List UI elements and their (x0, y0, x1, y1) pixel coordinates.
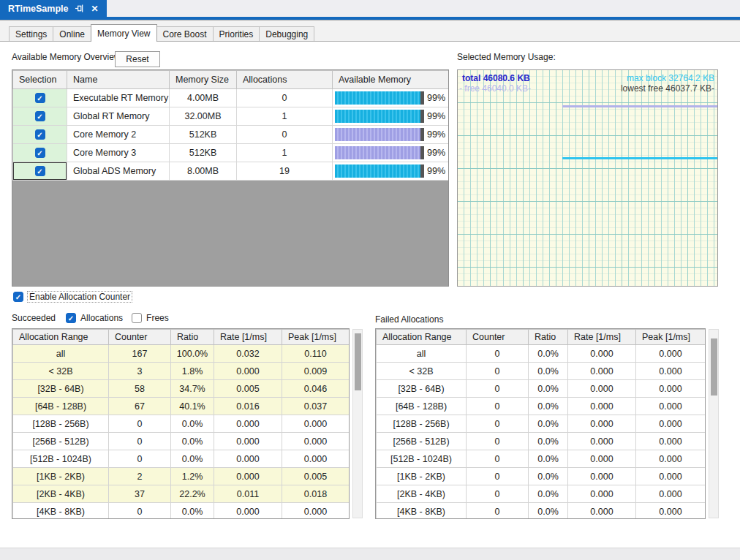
tab-core-boost[interactable]: Core Boost (156, 26, 214, 41)
available-percent: 99% (424, 148, 448, 158)
memory-size-cell: 512KB (170, 126, 237, 144)
free-memory-line (562, 105, 718, 107)
document-tab-title: RTimeSample (8, 4, 68, 14)
allocations-cell: 0 (237, 89, 333, 107)
view-tabbar: SettingsOnlineMemory ViewCore BoostPrior… (0, 20, 740, 42)
column-header[interactable]: Rate [1/ms] (214, 330, 282, 345)
tab-memory-view[interactable]: Memory View (91, 24, 156, 42)
pin-icon[interactable] (75, 4, 84, 13)
column-header[interactable]: Rate [1/ms] (568, 330, 636, 345)
ratio-cell: 100.0% (171, 345, 214, 363)
rate-cell: 0.005 (214, 380, 282, 398)
column-header[interactable]: Allocation Range (377, 330, 467, 345)
column-header[interactable]: Allocations (237, 71, 333, 89)
peak-cell: 0.005 (282, 468, 350, 485)
failed-allocations-table: Allocation RangeCounterRatioRate [1/ms]P… (375, 328, 706, 519)
frees-checkbox[interactable] (132, 313, 142, 323)
selection-cell[interactable] (13, 144, 67, 162)
column-header[interactable]: Peak [1/ms] (636, 330, 706, 345)
close-icon[interactable]: ✕ (91, 4, 98, 14)
available-percent: 99% (424, 93, 448, 103)
column-header[interactable]: Peak [1/ms] (282, 330, 350, 345)
memory-usage-chart[interactable]: total 46080.6 KB - free 46040.0 KB- max … (457, 69, 718, 287)
row-checkbox-icon[interactable] (35, 129, 45, 140)
ratio-cell: 1.2% (171, 468, 214, 485)
failed-table-scrollbar[interactable] (709, 329, 719, 518)
ratio-cell: 0.0% (529, 415, 568, 433)
document-tab-bar: RTimeSample ✕ (0, 0, 740, 17)
scrollbar-thumb[interactable] (355, 333, 361, 390)
available-memory-table[interactable]: SelectionNameMemory SizeAllocationsAvail… (12, 69, 449, 287)
enable-allocation-counter-label: Enable Allocation Counter (27, 291, 132, 303)
succeeded-table-scrollbar[interactable] (352, 329, 363, 518)
column-header[interactable]: Available Memory (333, 71, 449, 89)
tab-debugging[interactable]: Debugging (259, 26, 314, 41)
row-checkbox-icon[interactable] (35, 111, 45, 121)
column-header[interactable]: Name (67, 71, 170, 89)
column-header[interactable]: Ratio (529, 330, 568, 345)
allocations-checkbox-label: Allocations (80, 313, 123, 323)
peak-cell: 0.000 (636, 450, 706, 468)
rate-cell: 0.000 (568, 503, 636, 520)
ratio-cell: 1.8% (171, 363, 214, 380)
column-header[interactable]: Ratio (171, 330, 214, 345)
succeeded-allocations-table: Allocation RangeCounterRatioRate [1/ms]P… (12, 328, 350, 519)
checkbox-icon[interactable] (13, 292, 23, 302)
selection-cell[interactable] (13, 162, 67, 181)
column-header[interactable]: Selection (13, 71, 67, 89)
counter-cell: 0 (467, 345, 529, 363)
tab-online[interactable]: Online (53, 26, 91, 41)
allocations-cell: 19 (237, 162, 333, 181)
allocation-range-cell: [32B - 64B) (13, 380, 109, 398)
selection-cell[interactable] (13, 107, 67, 126)
ratio-cell: 0.0% (529, 450, 568, 468)
allocations-checkbox[interactable] (66, 313, 76, 323)
column-header[interactable]: Counter (467, 330, 529, 345)
table-row: [2KB - 4KB)3722.2%0.0110.018 (13, 485, 350, 503)
memory-size-cell: 512KB (170, 144, 237, 162)
enable-allocation-counter[interactable]: Enable Allocation Counter (13, 291, 132, 303)
table-row: [64B - 128B)6740.1%0.0160.037 (13, 398, 350, 415)
document-tab[interactable]: RTimeSample ✕ (0, 0, 107, 17)
row-checkbox-icon[interactable] (35, 166, 45, 176)
row-checkbox-icon[interactable] (35, 148, 45, 158)
available-memory-cell: 99% (333, 126, 449, 144)
counter-cell: 0 (467, 380, 529, 398)
ratio-cell: 0.0% (529, 503, 568, 520)
table-row: Core Memory 3512KB199% (13, 144, 449, 162)
rate-cell: 0.000 (568, 345, 636, 363)
counter-cell: 0 (467, 450, 529, 468)
scrollbar-thumb[interactable] (711, 338, 717, 396)
reset-view-button[interactable]: Reset View (115, 51, 160, 67)
allocation-range-cell: all (377, 345, 467, 363)
column-header[interactable]: Memory Size (170, 71, 237, 89)
counter-cell: 0 (467, 398, 529, 415)
available-memory-cell: 99% (333, 144, 449, 162)
memory-name-cell: Global ADS Memory (67, 162, 170, 181)
row-checkbox-icon[interactable] (35, 93, 45, 103)
rate-cell: 0.000 (568, 468, 636, 485)
rate-cell: 0.000 (214, 433, 282, 450)
column-header[interactable]: Allocation Range (13, 330, 109, 345)
selection-cell[interactable] (13, 89, 67, 107)
rate-cell: 0.000 (568, 380, 636, 398)
peak-cell: 0.009 (282, 363, 350, 380)
available-memory-bar (335, 128, 424, 141)
peak-cell: 0.000 (636, 433, 706, 450)
allocation-range-cell: [256B - 512B) (377, 433, 467, 450)
table-row: [32B - 64B)00.0%0.0000.000 (377, 380, 706, 398)
allocation-range-cell: [256B - 512B) (13, 433, 109, 450)
tab-priorities[interactable]: Priorities (213, 26, 260, 41)
peak-cell: 0.037 (282, 398, 350, 415)
peak-cell: 0.000 (636, 398, 706, 415)
table-row: < 32B00.0%0.0000.000 (377, 363, 706, 380)
available-memory-bar (335, 110, 424, 123)
peak-cell: 0.000 (282, 433, 350, 450)
table-row: [4KB - 8KB)00.0%0.0000.000 (377, 503, 706, 520)
peak-cell: 0.110 (282, 345, 350, 363)
tab-settings[interactable]: Settings (9, 26, 53, 41)
column-header[interactable]: Counter (109, 330, 171, 345)
selection-cell[interactable] (13, 126, 67, 144)
allocation-range-cell: [512B - 1024B) (377, 450, 467, 468)
ratio-cell: 22.2% (171, 485, 214, 503)
